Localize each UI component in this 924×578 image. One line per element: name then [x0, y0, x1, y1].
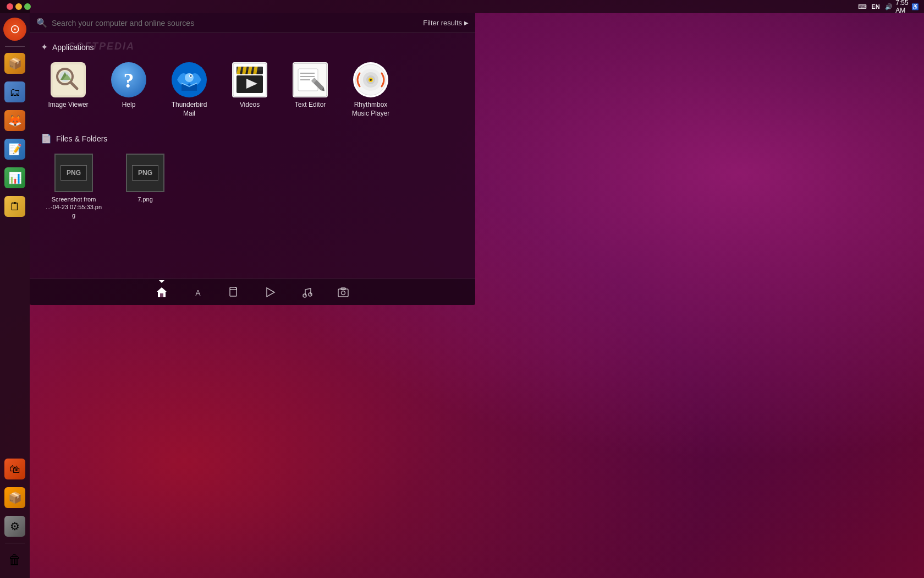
7png-file-icon: PNG	[126, 154, 164, 192]
video-scope-icon	[265, 286, 277, 298]
thunderbird-icon-container	[172, 62, 207, 97]
topbar: ⌨ EN 🔊 7:55 AM ♿	[0, 0, 924, 13]
close-button[interactable]	[7, 3, 13, 10]
music-scope-icon	[301, 286, 313, 298]
calc-icon: 📊	[4, 167, 25, 188]
scope-video[interactable]	[261, 282, 280, 302]
sidebar-item-calc[interactable]: 📊	[2, 165, 28, 190]
sidebar-item-settings[interactable]: ⚙	[2, 514, 28, 539]
filter-results-button[interactable]: Filter results ▶	[423, 19, 469, 27]
help-icon-container: ?	[111, 62, 146, 97]
sidebar-item-notes[interactable]: 🗒	[2, 194, 28, 219]
sidebar-item-files[interactable]: 🗂	[2, 79, 28, 105]
sidebar-item-amazon[interactable]: 📦	[2, 485, 28, 510]
rhythmbox-icon	[353, 62, 388, 97]
search-bar: 🔍 Filter results ▶	[30, 13, 475, 33]
ubuntu-home-button[interactable]: ⊙	[3, 18, 26, 41]
file-item-screenshot[interactable]: PNG Screenshot from...-04-23 07:55:33.pn…	[41, 149, 107, 223]
app-manager-icon: 📦	[4, 53, 25, 74]
files-section-header: 📄 Files & Folders	[41, 133, 464, 144]
maximize-button[interactable]	[24, 3, 31, 10]
launcher-separator-1	[5, 46, 25, 47]
image-viewer-icon-container	[51, 62, 86, 97]
sidebar-item-firefox[interactable]: 🦊	[2, 108, 28, 133]
search-input[interactable]	[52, 19, 423, 28]
screenshot-file-label: Screenshot from...-04-23 07:55:33.png	[45, 195, 102, 219]
scope-photos[interactable]	[333, 282, 353, 302]
text-editor-icon	[293, 62, 328, 97]
chevron-right-icon: ▶	[464, 20, 469, 26]
sidebar-item-app-manager[interactable]: 📦	[2, 51, 28, 76]
photos-scope-icon	[337, 286, 349, 298]
app-item-text-editor[interactable]: Text Editor	[283, 58, 338, 122]
svg-point-44	[303, 294, 306, 297]
launcher-separator-2	[5, 543, 25, 543]
file-item-7png[interactable]: PNG 7.png	[112, 149, 178, 223]
keyboard-icon[interactable]: ⌨	[858, 2, 867, 11]
videos-label: Videos	[240, 101, 260, 110]
scope-home[interactable]	[152, 282, 172, 302]
amazon-icon: 📦	[4, 487, 25, 508]
help-label: Help	[122, 101, 136, 110]
videos-icon	[232, 62, 267, 97]
help-icon: ?	[111, 62, 146, 97]
sidebar-item-software[interactable]: 🛍	[2, 456, 28, 482]
applications-grid: Image Viewer ?	[41, 58, 464, 122]
videos-icon-container	[232, 62, 267, 97]
text-editor-icon-container	[293, 62, 328, 97]
thunderbird-label: Thunderbird Mail	[166, 101, 212, 118]
svg-point-47	[342, 291, 345, 295]
files-grid: PNG Screenshot from...-04-23 07:55:33.pn…	[41, 149, 464, 223]
sidebar-item-trash[interactable]: 🗑	[2, 547, 28, 572]
sidebar-item-writer[interactable]: 📝	[2, 137, 28, 162]
image-viewer-label: Image Viewer	[48, 101, 88, 110]
image-viewer-icon	[51, 62, 86, 97]
app-item-videos[interactable]: Videos	[222, 58, 277, 122]
firefox-icon: 🦊	[4, 110, 25, 131]
text-editor-label: Text Editor	[295, 101, 326, 110]
7png-file-label: 7.png	[138, 195, 153, 203]
software-icon: 🛍	[4, 459, 25, 479]
app-item-image-viewer[interactable]: Image Viewer	[41, 58, 96, 122]
svg-rect-42	[230, 287, 237, 296]
applications-section-label: Applications	[52, 43, 94, 52]
minimize-button[interactable]	[15, 3, 22, 10]
app-item-rhythmbox[interactable]: Rhythmbox Music Player	[343, 58, 398, 122]
language-icon[interactable]: EN	[871, 2, 880, 11]
svg-text:?: ?	[124, 69, 134, 92]
accessibility-icon[interactable]: ♿	[911, 2, 920, 11]
thunderbird-icon	[172, 62, 207, 97]
search-icon: 🔍	[36, 18, 47, 28]
applications-section-icon: ✦	[41, 42, 48, 52]
dash-content: ✦ Applications	[30, 33, 475, 279]
svg-marker-43	[267, 288, 274, 297]
scope-music[interactable]	[297, 282, 317, 302]
screenshot-file-icon: PNG	[54, 154, 93, 192]
writer-icon: 📝	[4, 139, 25, 160]
svg-rect-40	[160, 293, 163, 297]
app-item-thunderbird[interactable]: Thunderbird Mail	[162, 58, 217, 122]
files-scope-icon	[228, 286, 240, 298]
app-item-help[interactable]: ? Help	[101, 58, 156, 122]
files-section-label: Files & Folders	[56, 134, 107, 143]
ubuntu-icon: ⊙	[10, 22, 20, 36]
rhythmbox-label: Rhythmbox Music Player	[348, 101, 394, 118]
dash-overlay: 🔍 Filter results ▶ SOFTPEDIA ✦ Applicati…	[30, 13, 475, 305]
svg-point-38	[370, 79, 372, 81]
home-icon	[156, 286, 168, 298]
volume-icon[interactable]: 🔊	[884, 2, 893, 11]
svg-rect-46	[338, 289, 348, 297]
settings-icon: ⚙	[4, 516, 25, 537]
topbar-right: ⌨ EN 🔊 7:55 AM ♿	[858, 2, 920, 11]
scope-applications[interactable]: A	[188, 282, 208, 302]
notes-icon: 🗒	[4, 196, 25, 217]
svg-point-12	[190, 75, 192, 77]
trash-icon: 🗑	[4, 549, 25, 570]
apps-scope-icon: A	[192, 286, 204, 298]
svg-text:A: A	[195, 288, 201, 297]
applications-section-header: ✦ Applications	[41, 42, 464, 52]
scope-files[interactable]	[224, 282, 244, 302]
window-controls	[7, 3, 31, 10]
files-icon: 🗂	[4, 81, 25, 102]
svg-point-10	[185, 73, 194, 82]
